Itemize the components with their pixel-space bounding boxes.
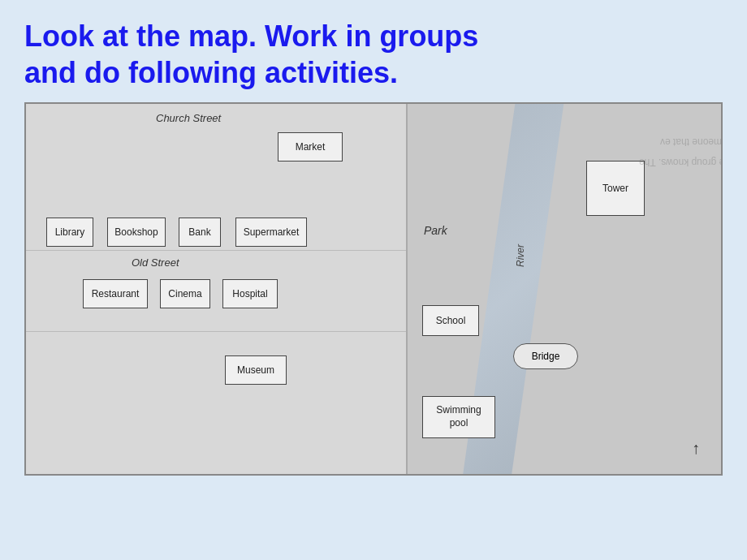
map-right-section: River Park Tower School Bridge Swimming … (408, 104, 723, 474)
hospital-box: Hospital (222, 279, 278, 308)
supermarket-box: Supermarket (235, 218, 307, 247)
north-arrow: ↑ (692, 439, 700, 458)
tower-box: Tower (586, 161, 645, 216)
park-label: Park (424, 224, 447, 237)
market-box: Market (278, 132, 343, 162)
church-street-label: Church Street (156, 112, 221, 124)
map-left-section: Church Street Market Library Bookshop Ba… (26, 104, 408, 474)
bank-box: Bank (179, 218, 221, 247)
swimming-pool-box: Swimming pool (422, 396, 495, 438)
museum-box: Museum (225, 355, 287, 385)
title-line1: Look at the map. Work in groups (24, 18, 723, 54)
river-label: River (515, 244, 526, 267)
title-line2: and do following activities. (24, 54, 723, 91)
cinema-box: Cinema (160, 279, 210, 308)
row-divider-1 (26, 250, 406, 251)
bg-text-2: the group knows. The (639, 157, 723, 168)
old-street-label: Old Street (132, 256, 179, 269)
library-box: Library (46, 218, 93, 247)
map-image: Church Street Market Library Bookshop Ba… (24, 102, 723, 476)
slide-title: Look at the map. Work in groups and do f… (0, 0, 747, 102)
row-divider-2 (26, 331, 406, 332)
restaurant-box: Restaurant (83, 279, 148, 308)
school-box: School (422, 305, 479, 336)
bg-text-1: someone that ev (660, 136, 723, 148)
bookshop-box: Bookshop (107, 218, 166, 247)
bridge-box: Bridge (513, 343, 578, 369)
